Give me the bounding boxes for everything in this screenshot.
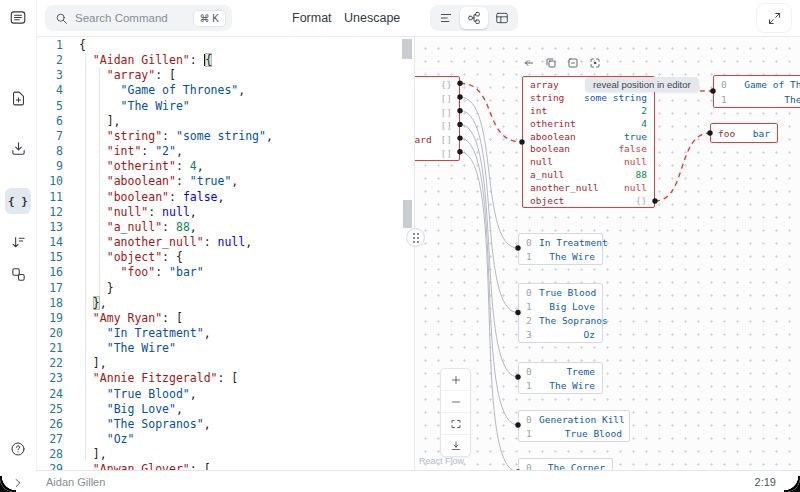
node-row[interactable]: 0The Corner <box>519 460 612 470</box>
code-line[interactable]: "array": [ <box>79 68 401 83</box>
node-row[interactable]: another_nullnull <box>523 181 654 194</box>
code-line[interactable]: "Big Love", <box>79 402 401 417</box>
node-row[interactable]: 0Generation Kill <box>519 412 629 427</box>
code-line[interactable]: "The Wire" <box>79 99 401 114</box>
download-image-button[interactable] <box>441 435 470 456</box>
graph-node-aidan_object[interactable]: foobar <box>710 123 778 143</box>
code-line[interactable]: } <box>79 281 401 296</box>
collapse-node-button[interactable] <box>566 56 579 69</box>
node-row[interactable]: int2 <box>523 104 654 117</box>
fit-view-button[interactable] <box>441 413 470 435</box>
node-row[interactable]: Annie Fitzgerald[] <box>415 105 459 119</box>
node-row[interactable]: Aidan Gillen{} <box>415 78 459 92</box>
node-row[interactable]: 0Game of Thrones <box>714 77 800 92</box>
app-logo[interactable] <box>9 8 27 26</box>
node-row[interactable]: otherint4 <box>523 117 654 130</box>
code-line[interactable]: ], <box>79 114 401 129</box>
download-button[interactable] <box>9 139 27 157</box>
node-row[interactable]: 0In Treatment <box>519 235 602 250</box>
code-line[interactable]: "The Wire" <box>79 341 401 356</box>
graph-node-amy[interactable]: 0In Treatment1The Wire <box>518 233 603 265</box>
collapse-sidebar-button[interactable] <box>9 474 27 492</box>
code-line[interactable]: "boolean": false, <box>79 190 401 205</box>
code-line[interactable]: "otherint": 4, <box>79 159 401 174</box>
focus-node-button[interactable] <box>588 56 601 69</box>
code-line[interactable]: "In Treatment", <box>79 326 401 341</box>
node-row[interactable]: 3Oz <box>519 328 602 342</box>
fullscreen-button[interactable] <box>757 4 791 32</box>
help-button[interactable] <box>9 440 27 458</box>
table-view-button[interactable] <box>488 7 516 29</box>
code-line[interactable]: "Annie Fitzgerald": [ <box>79 371 401 386</box>
graph-node-alexander[interactable]: 0Generation Kill1True Blood <box>518 410 630 442</box>
editor-scrollbar-thumb[interactable] <box>402 39 412 59</box>
graph-node-alice[interactable]: 0The Corner <box>518 458 613 470</box>
code-line[interactable]: ], <box>79 447 401 462</box>
json-braces-button[interactable]: { } <box>9 192 27 210</box>
format-button[interactable]: Format <box>292 0 332 36</box>
copy-node-button[interactable] <box>544 56 557 69</box>
code-line[interactable]: { <box>79 38 401 53</box>
sort-button[interactable] <box>9 233 27 251</box>
node-row[interactable]: abooleantrue <box>523 130 654 143</box>
zoom-in-button[interactable] <box>441 369 470 391</box>
node-row[interactable]: Anwan Glover[] <box>415 119 459 133</box>
graph-node-anwan[interactable]: 0Treme1The Wire <box>518 362 603 394</box>
code-line[interactable]: "aboolean": "true", <box>79 174 401 189</box>
node-row[interactable]: Alice Farmer[] <box>415 146 459 160</box>
node-row[interactable]: 0Treme <box>519 364 602 379</box>
node-row[interactable]: Amy Ryan[] <box>415 92 459 106</box>
graph-panel[interactable]: Aidan Gillen{}Amy Ryan[]Annie Fitzgerald… <box>415 36 800 470</box>
bracket-match: { <box>205 53 212 67</box>
line-number: 17 <box>36 281 72 296</box>
node-row[interactable]: 0True Blood <box>519 285 602 299</box>
code-line[interactable]: "another_null": null, <box>79 235 401 250</box>
node-row[interactable]: stringsome string <box>523 91 654 104</box>
code-line[interactable]: "foo": "bar" <box>79 265 401 280</box>
code-line[interactable]: "Oz" <box>79 432 401 447</box>
search-input[interactable]: Search Command ⌘ K <box>45 5 232 31</box>
graph-node-annie[interactable]: 0True Blood1Big Love2The Sopranos3Oz <box>518 283 603 343</box>
code-line[interactable]: "Aidan Gillen": { <box>79 53 401 68</box>
node-row[interactable]: 2The Sopranos <box>519 313 602 327</box>
json-code-editor[interactable]: 1234567891011121314151617181920212223242… <box>36 36 415 470</box>
text-view-button[interactable] <box>432 7 460 29</box>
code-line[interactable]: "Amy Ryan": [ <box>79 311 401 326</box>
node-row[interactable]: 1The Wire <box>519 379 602 394</box>
transform-button[interactable] <box>9 265 27 283</box>
node-row[interactable]: object{} <box>523 194 654 207</box>
graph-node-aidan[interactable]: arraystringsome stringint2otherint4abool… <box>522 76 655 208</box>
node-row[interactable]: 1The Wire <box>519 250 602 265</box>
reveal-in-editor-button[interactable] <box>522 56 535 69</box>
code-line[interactable]: "string": "some string", <box>79 129 401 144</box>
node-row[interactable]: nullnull <box>523 155 654 168</box>
node-row[interactable]: Alexander Skarsgard[] <box>415 133 459 147</box>
new-document-button[interactable] <box>9 89 27 107</box>
graph-view-button[interactable] <box>460 7 488 29</box>
row-value: [] <box>441 134 452 145</box>
code-line[interactable]: "True Blood", <box>79 387 401 402</box>
node-row[interactable]: 1True Blood <box>519 427 629 442</box>
code-line[interactable]: "Anwan Glover": [ <box>79 462 401 470</box>
code-line[interactable]: }, <box>79 296 401 311</box>
node-row[interactable]: booleanfalse <box>523 142 654 155</box>
node-row[interactable]: 1Big Love <box>519 299 602 313</box>
node-row[interactable]: a_null88 <box>523 168 654 181</box>
code-line[interactable]: "Game of Thrones", <box>79 83 401 98</box>
graph-node-aidan_array[interactable]: 0Game of Thrones1The Wire <box>713 75 800 108</box>
node-row[interactable]: foobar <box>711 125 777 142</box>
panel-resize-handle[interactable] <box>406 228 425 247</box>
code-line[interactable]: ], <box>79 356 401 371</box>
node-row[interactable]: 1The Wire <box>714 92 800 107</box>
editor-scrollbar-marker[interactable] <box>403 200 412 228</box>
code-line[interactable]: "null": null, <box>79 205 401 220</box>
line-number: 7 <box>36 129 72 144</box>
code-line[interactable]: "a_null": 88, <box>79 220 401 235</box>
code-line[interactable]: "object": { <box>79 250 401 265</box>
code-line[interactable]: "The Sopranos", <box>79 417 401 432</box>
graph-node-root[interactable]: Aidan Gillen{}Amy Ryan[]Annie Fitzgerald… <box>415 76 460 161</box>
unescape-button[interactable]: Unescape <box>344 0 400 36</box>
zoom-out-button[interactable] <box>441 391 470 413</box>
code-content[interactable]: { "Aidan Gillen": { "array": [ "Game of … <box>79 38 401 470</box>
code-line[interactable]: "int": "2", <box>79 144 401 159</box>
